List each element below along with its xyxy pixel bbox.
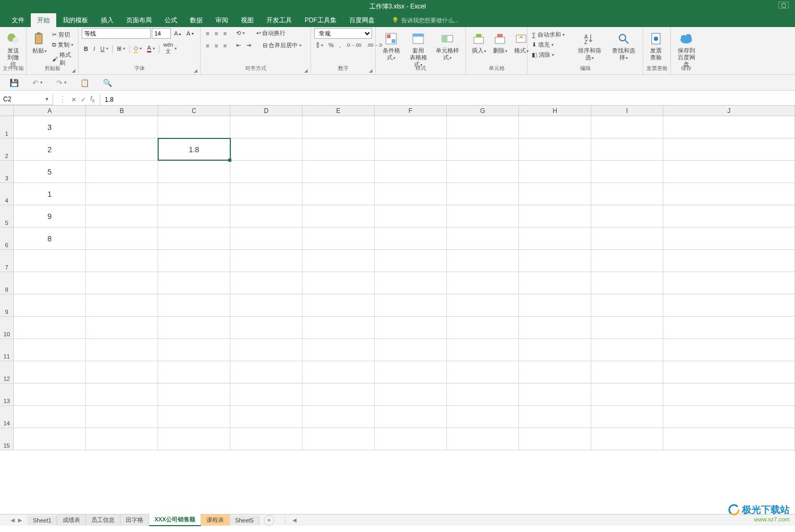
cell-H9[interactable] [519, 294, 591, 316]
cell-J4[interactable] [663, 183, 795, 205]
cell-B8[interactable] [86, 272, 158, 294]
cell-G14[interactable] [447, 406, 519, 428]
name-box[interactable]: C2 ▼ [0, 94, 53, 105]
cell-D7[interactable] [230, 250, 303, 272]
cell-E5[interactable] [303, 205, 375, 227]
fill-color-button[interactable]: ◇ [132, 43, 144, 54]
cell-A7[interactable] [14, 250, 86, 272]
cell-D4[interactable] [230, 183, 303, 205]
cell-J6[interactable] [663, 228, 795, 249]
sheet-tab[interactable]: 员工信息 [86, 514, 120, 526]
cell-H3[interactable] [519, 161, 591, 182]
qat-paste-button[interactable]: 📋 [78, 77, 91, 88]
cell-I8[interactable] [591, 272, 663, 294]
copy-button[interactable]: ⧉复制▾ [51, 40, 75, 49]
cell-A15[interactable] [14, 428, 86, 450]
row-header[interactable]: 15 [0, 428, 14, 450]
cell-H12[interactable] [519, 361, 591, 383]
row-header[interactable]: 4 [0, 183, 14, 205]
cell-D8[interactable] [230, 272, 303, 294]
cell-I14[interactable] [591, 406, 663, 428]
cell-E14[interactable] [303, 406, 375, 428]
row-header[interactable]: 10 [0, 317, 14, 338]
cell-G4[interactable] [447, 183, 519, 205]
cell-B6[interactable] [86, 228, 158, 249]
alignment-launcher-icon[interactable]: ◢ [304, 68, 309, 73]
cell-B7[interactable] [86, 250, 158, 272]
font-name-select[interactable] [82, 28, 151, 39]
cell-J13[interactable] [663, 383, 795, 405]
menu-file[interactable]: 文件 [5, 13, 31, 27]
cell-H11[interactable] [519, 339, 591, 361]
menu-pdf-tools[interactable]: PDF工具集 [298, 13, 343, 27]
cell-G11[interactable] [447, 339, 519, 361]
number-format-select[interactable]: 常规 [314, 28, 372, 39]
percent-button[interactable]: % [326, 41, 336, 49]
phonetic-button[interactable]: wén文 [161, 41, 179, 56]
col-header-J[interactable]: J [663, 106, 795, 116]
cell-I15[interactable] [591, 428, 663, 450]
font-color-button[interactable]: A [145, 43, 157, 54]
orientation-button[interactable]: ⟲ [234, 29, 247, 38]
cell-C10[interactable] [158, 317, 230, 338]
cell-C11[interactable] [158, 339, 230, 361]
cell-styles-button[interactable]: 单元格样式 [433, 30, 462, 62]
cell-I3[interactable] [591, 161, 663, 182]
cell-I1[interactable] [591, 116, 663, 138]
cell-I12[interactable] [591, 361, 663, 383]
cell-J14[interactable] [663, 406, 795, 428]
row-header[interactable]: 7 [0, 250, 14, 272]
col-header-F[interactable]: F [375, 106, 447, 116]
cell-D6[interactable] [230, 228, 303, 249]
wrap-text-button[interactable]: ↩自动换行 [254, 28, 288, 38]
row-header[interactable]: 6 [0, 228, 14, 249]
cell-G1[interactable] [447, 116, 519, 138]
col-header-E[interactable]: E [303, 106, 375, 116]
increase-indent-button[interactable]: ⇥ [244, 41, 253, 50]
conditional-format-button[interactable]: 条件格式 [379, 30, 404, 62]
col-header-D[interactable]: D [230, 106, 303, 116]
cell-B15[interactable] [86, 428, 158, 450]
cell-B12[interactable] [86, 361, 158, 383]
accept-formula-button[interactable]: ✓ [81, 96, 86, 103]
cell-H6[interactable] [519, 228, 591, 249]
row-header[interactable]: 1 [0, 116, 14, 138]
increase-font-button[interactable]: A▴ [172, 29, 183, 38]
cell-A6[interactable]: 8 [14, 228, 86, 249]
italic-button[interactable]: I [91, 45, 97, 53]
cell-H4[interactable] [519, 183, 591, 205]
cell-D3[interactable] [230, 161, 303, 182]
align-top-button[interactable]: ≡ [204, 29, 211, 38]
menu-page-layout[interactable]: 页面布局 [120, 13, 158, 27]
align-middle-button[interactable]: ≡ [212, 29, 220, 38]
cell-B13[interactable] [86, 383, 158, 405]
menu-data[interactable]: 数据 [184, 13, 209, 27]
row-header[interactable]: 13 [0, 383, 14, 405]
col-header-C[interactable]: C [158, 106, 230, 116]
cell-F2[interactable] [375, 138, 447, 160]
cell-J5[interactable] [663, 205, 795, 227]
col-header-A[interactable]: A [14, 106, 86, 116]
col-header-I[interactable]: I [591, 106, 663, 116]
cell-J11[interactable] [663, 339, 795, 361]
cell-H15[interactable] [519, 428, 591, 450]
cell-D9[interactable] [230, 294, 303, 316]
cell-E3[interactable] [303, 161, 375, 182]
cell-D15[interactable] [230, 428, 303, 450]
undo-button[interactable]: ↶ [30, 77, 45, 88]
clipboard-launcher-icon[interactable]: ◢ [72, 68, 77, 73]
cell-D10[interactable] [230, 317, 303, 338]
align-right-button[interactable]: ≡ [221, 41, 229, 50]
row-header[interactable]: 9 [0, 294, 14, 316]
cell-J10[interactable] [663, 317, 795, 338]
cell-C2[interactable]: 1.8 [158, 138, 230, 160]
cell-F8[interactable] [375, 272, 447, 294]
cell-J1[interactable] [663, 116, 795, 138]
cell-D14[interactable] [230, 406, 303, 428]
menu-formulas[interactable]: 公式 [158, 13, 184, 27]
select-all-corner[interactable] [0, 106, 14, 116]
cell-J15[interactable] [663, 428, 795, 450]
cell-G6[interactable] [447, 228, 519, 249]
cut-button[interactable]: ✂剪切 [51, 30, 75, 39]
cell-E4[interactable] [303, 183, 375, 205]
